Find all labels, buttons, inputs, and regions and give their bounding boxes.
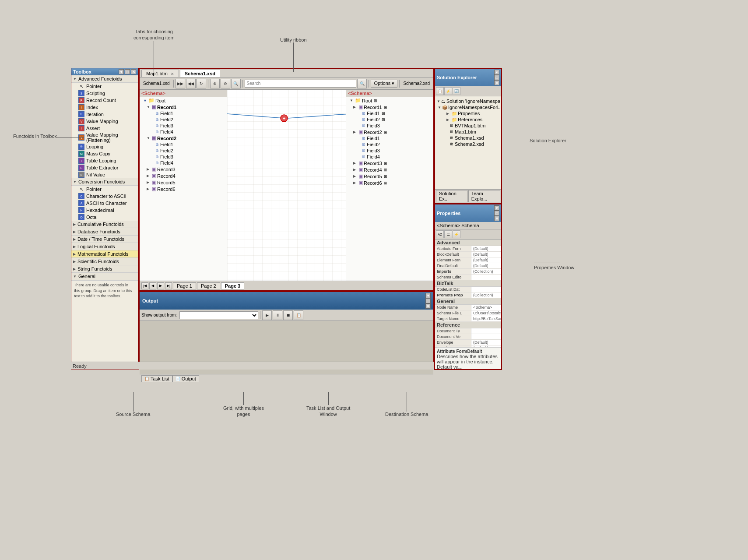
grid-area[interactable]: + [227, 90, 346, 281]
toolbox-item-table-extractor[interactable]: E Table Extractor [71, 164, 138, 171]
props-section-general[interactable]: General [435, 298, 501, 305]
props-pin-btn[interactable]: ▾ [494, 205, 499, 211]
se-schema1-node[interactable]: 🗎 Schema1.xsd [436, 135, 500, 141]
toolbox-item-table-looping[interactable]: T Table Looping [71, 157, 138, 164]
page-first-btn[interactable]: |◀ [141, 282, 148, 289]
schema2-record5[interactable]: ▶ ▣ Record5 ⊞ [346, 173, 433, 180]
imports-value[interactable]: (Collection) [471, 269, 501, 274]
se-tb-btn2[interactable]: ⚡ [444, 87, 452, 95]
record2-expand[interactable]: ▼ [147, 136, 151, 140]
schema2-record4[interactable]: ▶ ▣ Record4 ⊞ [346, 166, 433, 173]
props-btn-events[interactable]: ⚡ [453, 230, 460, 238]
se-bottom-tab-solution[interactable]: Solution Ex... [436, 190, 467, 202]
toolbox-item-scripting[interactable]: S Scripting [71, 90, 138, 97]
output-source-dropdown[interactable] [179, 311, 258, 319]
tab-schema1xsd[interactable]: Schema1.xsd [180, 70, 220, 77]
se-map1-node[interactable]: 🗎 Map1.btm [436, 129, 500, 135]
toolbar-btn-back[interactable]: ◀◀ [186, 79, 196, 88]
page-prev-btn[interactable]: ◀ [149, 282, 156, 289]
root-expand-icon[interactable]: ▼ [143, 99, 147, 103]
toolbox-item-iteration[interactable]: ↻ Iteration [71, 111, 138, 118]
final-default-value[interactable]: (Default) [471, 263, 501, 268]
se-project-node[interactable]: ▼ 📦 IgnoreNamespacesForLin... [436, 104, 500, 110]
schema2-r2-field3[interactable]: 🗎 Field3 [346, 148, 433, 154]
props-section-biztalk[interactable]: BizTalk [435, 280, 501, 287]
schema2-record1[interactable]: ▶ ▣ Record1 ⊞ [346, 104, 433, 110]
toolbar-btn-zoom-in[interactable]: ⊕ [210, 79, 220, 88]
schema2-r2-field1[interactable]: 🗎 Field1 [346, 135, 433, 141]
schema1-field2[interactable]: 🗎 Field2 [140, 116, 227, 123]
toolbox-item-ascii-to-char[interactable]: A ASCII to Character [71, 200, 138, 207]
se-bvtmap-node[interactable]: 🗎 BVTMap1.btm [436, 123, 500, 129]
s2-record2-expand[interactable]: ▶ [353, 130, 358, 134]
props-max-btn[interactable]: □ [494, 211, 499, 216]
attrib-form-value[interactable]: (Default) [471, 246, 501, 251]
doc-type-value[interactable] [471, 328, 501, 334]
se-close-btn[interactable]: ✕ [494, 80, 499, 85]
schema1-field1[interactable]: 🗎 Field1 [140, 110, 227, 116]
output-tab[interactable]: 📄 Output [172, 375, 199, 382]
props-btn-cat[interactable]: ☰ [444, 230, 452, 238]
schema1-field4[interactable]: 🗎 Field4 [140, 129, 227, 135]
record5-expand[interactable]: ▶ [147, 180, 151, 184]
record4-expand[interactable]: ▶ [147, 174, 151, 178]
schema1-field3[interactable]: 🗎 Field3 [140, 123, 227, 129]
project-expand-icon[interactable]: ▼ [438, 106, 441, 109]
se-properties-node[interactable]: ▶ 📁 Properties [436, 110, 500, 116]
promote-prop-value[interactable]: (Collection) [471, 292, 501, 298]
schema1-r2-field4[interactable]: 🗎 Field4 [140, 160, 227, 166]
toolbox-item-pointer[interactable]: ↖ Pointer [71, 83, 138, 90]
properties-expand-icon[interactable]: ▶ [446, 112, 451, 116]
page-tab-2[interactable]: Page 2 [197, 282, 220, 289]
references-expand-icon[interactable]: ▶ [446, 118, 451, 122]
section-cumulative[interactable]: ▶ Cumulative Functoids [71, 221, 138, 228]
schema1-record2[interactable]: ▼ ▣ Record2 [140, 135, 227, 141]
options-button[interactable]: Options ▾ [371, 80, 397, 88]
toolbar-btn-zoom-fit[interactable]: 🔍 [231, 79, 241, 88]
section-datetime[interactable]: ▶ Date / Time Functoids [71, 236, 138, 243]
se-schema2-node[interactable]: 🗎 Schema2.xsd [436, 141, 500, 147]
toolbox-item-value-mapping-flat[interactable]: V Value Mapping (Flattening) [71, 132, 138, 143]
schema1-record3[interactable]: ▶ ▣ Record3 [140, 166, 227, 173]
element-form-value[interactable]: (Default) [471, 257, 501, 263]
toolbox-item-octal[interactable]: O Octal [71, 214, 138, 221]
output-btn4[interactable]: 📋 [294, 310, 303, 320]
schema-edito-value[interactable] [471, 275, 501, 280]
se-tb-btn1[interactable]: 📋 [436, 87, 444, 95]
toolbox-item-looping[interactable]: ⟳ Looping [71, 143, 138, 150]
page-tab-1[interactable]: Page 1 [173, 282, 196, 289]
toolbox-item-record-count[interactable]: R Record Count [71, 97, 138, 104]
section-logical[interactable]: ▶ Logical Functoids [71, 243, 138, 250]
block-default-value[interactable]: (Default) [471, 252, 501, 257]
schema2-r2-field4[interactable]: 🗎 Field4 [346, 154, 433, 160]
schema1-record4[interactable]: ▶ ▣ Record4 [140, 173, 227, 179]
schema1-r2-field2[interactable]: 🗎 Field2 [140, 148, 227, 154]
se-references-node[interactable]: ▶ 📁 References [436, 116, 500, 123]
schema2-root-expand[interactable]: ▼ [350, 99, 354, 102]
props-section-reference[interactable]: Reference [435, 322, 501, 328]
toolbox-item-nil-value[interactable]: N Nil Value [71, 171, 138, 178]
toolbar-btn-search[interactable]: 🔍 [357, 79, 367, 88]
section-mathematical[interactable]: ▶ Mathematical Functoids [71, 250, 138, 258]
toolbox-item-char-to-ascii[interactable]: C Character to ASCII [71, 193, 138, 200]
toolbox-item-value-mapping[interactable]: V Value Mapping [71, 118, 138, 125]
section-database[interactable]: ▶ Database Functoids [71, 228, 138, 236]
toolbox-item-conv-pointer[interactable]: ↖ Pointer [71, 186, 138, 193]
toolbox-item-mass-copy[interactable]: M Mass Copy [71, 150, 138, 157]
toolbox-max-btn[interactable]: □ [125, 69, 130, 74]
solution-expand-icon[interactable]: ▼ [437, 99, 440, 103]
props-section-advanced[interactable]: Advanced [435, 239, 501, 246]
codelist-value[interactable] [471, 287, 501, 292]
schema1-record6[interactable]: ▶ ▣ Record6 [140, 186, 227, 192]
section-conversion-functoids[interactable]: ▼ Conversion Functoids [71, 178, 138, 186]
output-btn3[interactable]: ⏹ [283, 310, 293, 320]
schema2-r1-field1[interactable]: 🗎 Field1 ⊞ [346, 110, 433, 116]
section-string[interactable]: ▶ String Functoids [71, 265, 138, 273]
props-close-btn[interactable]: ✕ [494, 216, 499, 221]
record3-expand[interactable]: ▶ [147, 167, 151, 171]
schema2-record6[interactable]: ▶ ▣ Record6 ⊞ [346, 180, 433, 186]
schema2-root-node[interactable]: ▼ 📁 Root ⊞ [346, 97, 433, 104]
toolbox-pin-btn[interactable]: ▾ [119, 69, 124, 74]
toolbar-btn-refresh[interactable]: ↻ [197, 79, 206, 88]
schema2-r1-field2[interactable]: 🗎 Field2 ⊞ [346, 116, 433, 123]
